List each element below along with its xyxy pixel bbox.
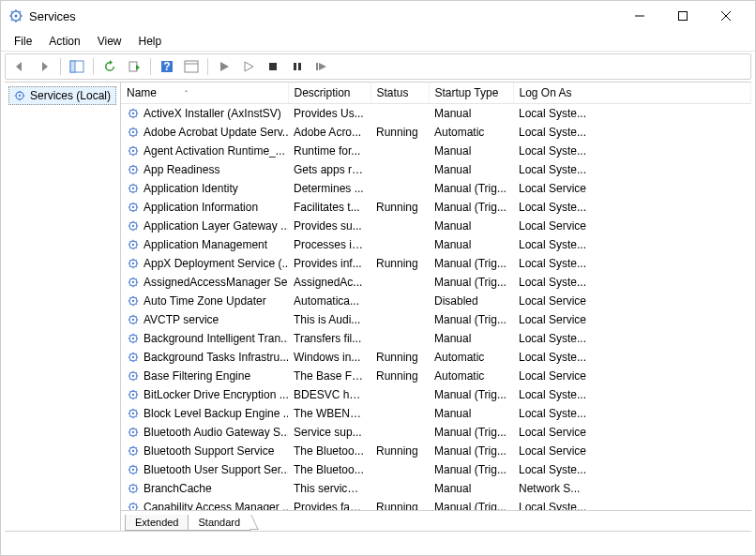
service-name: Application Management [144,238,267,251]
service-status [370,273,429,292]
menu-view[interactable]: View [90,33,129,50]
services-table-scroll[interactable]: Nameˆ Description Status Startup Type Lo… [121,83,751,510]
svg-rect-13 [269,63,277,70]
service-gear-icon [127,294,140,308]
service-log-on-as: Local Service [513,310,751,329]
column-header-name[interactable]: Nameˆ [121,83,288,104]
service-log-on-as: Local Syste... [513,123,751,142]
service-name: App Readiness [144,163,219,176]
menu-file[interactable]: File [7,33,39,50]
close-button[interactable] [704,1,748,31]
service-row[interactable]: Agent Activation Runtime_...Runtime for.… [121,142,751,160]
service-row[interactable]: Bluetooth Audio Gateway S...Service sup.… [121,423,751,442]
svg-point-24 [132,149,134,151]
service-row[interactable]: Background Tasks Infrastru...Windows in.… [121,348,751,367]
service-log-on-as: Local Syste... [513,104,751,123]
maximize-button[interactable] [661,1,704,31]
tree-root-services-local[interactable]: Services (Local) [8,86,116,105]
service-row[interactable]: Bluetooth User Support Ser...The Bluetoo… [121,460,751,479]
pause-service-button[interactable] [287,56,308,77]
service-description: The Bluetoo... [288,442,370,460]
service-name: Application Information [144,201,258,214]
service-name: Bluetooth User Support Ser... [144,463,288,476]
properties-button[interactable] [181,56,202,77]
svg-rect-14 [294,63,296,70]
service-row[interactable]: Background Intelligent Tran...Transfers … [121,329,751,348]
svg-point-52 [132,412,134,413]
service-status: Running [370,367,429,385]
svg-point-18 [19,95,21,97]
service-log-on-as: Local Syste... [513,142,751,160]
tree-pane: Services (Local) [5,83,121,531]
menu-action[interactable]: Action [41,33,87,50]
menu-help[interactable]: Help [131,33,170,50]
service-row[interactable]: Capability Access Manager ...Provides fa… [121,498,751,511]
svg-point-46 [132,355,134,357]
service-row[interactable]: Application IdentityDetermines ...Manual… [121,179,751,198]
service-status [370,404,429,423]
service-description: The Base Fil... [288,367,370,385]
svg-line-4 [721,11,731,21]
service-row[interactable]: AssignedAccessManager Se...AssignedAc...… [121,273,751,292]
service-description: Adobe Acro... [288,123,370,142]
column-header-startup-type[interactable]: Startup Type [429,83,513,104]
svg-line-5 [721,11,731,21]
refresh-button[interactable] [99,56,120,77]
service-name: ActiveX Installer (AxInstSV) [144,107,281,120]
service-row[interactable]: Bluetooth Support ServiceThe Bluetoo...R… [121,442,751,460]
service-row[interactable]: AVCTP serviceThis is Audi...Manual (Trig… [121,310,751,329]
service-name: BranchCache [144,482,212,495]
service-row[interactable]: Auto Time Zone UpdaterAutomatica...Disab… [121,292,751,310]
export-list-button[interactable] [124,56,144,77]
column-header-status[interactable]: Status [370,83,429,104]
svg-text:?: ? [163,60,170,73]
service-startup-type: Manual [429,404,513,423]
svg-rect-11 [185,61,198,72]
service-description: Processes in... [288,235,370,254]
minimize-button[interactable] [618,1,661,31]
service-row[interactable]: Application ManagementProcesses in...Man… [121,235,751,254]
svg-point-56 [132,449,134,451]
service-gear-icon [127,163,140,176]
service-row[interactable]: Application Layer Gateway ...Provides su… [121,217,751,235]
tab-standard[interactable]: Standard [188,515,250,531]
service-startup-type: Manual (Trig... [429,442,513,460]
svg-point-36 [132,262,134,263]
service-row[interactable]: App ReadinessGets apps re...ManualLocal … [121,160,751,179]
service-gear-icon [127,257,140,270]
help-button[interactable]: ? [157,56,177,77]
forward-button[interactable] [34,56,54,77]
menu-bar: File Action View Help [1,31,755,52]
back-button[interactable] [9,56,30,77]
svg-point-20 [132,113,134,114]
service-startup-type: Manual [429,142,513,160]
service-startup-type: Manual (Trig... [429,273,513,292]
service-row[interactable]: BranchCacheThis service ...ManualNetwork… [121,479,751,498]
service-row[interactable]: AppX Deployment Service (...Provides inf… [121,254,751,273]
start-service-button[interactable] [214,56,234,77]
service-startup-type: Manual (Trig... [429,385,513,404]
svg-rect-16 [316,63,318,70]
service-gear-icon [127,463,140,476]
service-row[interactable]: Base Filtering EngineThe Base Fil...Runn… [121,367,751,385]
show-hide-tree-button[interactable] [67,56,87,77]
stop-service-button[interactable] [263,56,283,77]
column-header-log-on-as[interactable]: Log On As [513,83,751,104]
tab-extended[interactable]: Extended [125,515,189,531]
service-startup-type: Manual [429,329,513,348]
service-status [370,479,429,498]
service-row[interactable]: ActiveX Installer (AxInstSV)Provides Us.… [121,104,751,123]
service-row[interactable]: Application InformationFacilitates t...R… [121,198,751,217]
service-gear-icon [127,107,140,120]
start-service2-button[interactable] [238,56,259,77]
column-header-description[interactable]: Description [288,83,370,104]
restart-service-button[interactable] [311,56,332,77]
service-status [370,142,429,160]
service-startup-type: Automatic [429,123,513,142]
toolbar: ? [5,53,751,80]
service-description: Provides su... [288,217,370,235]
service-row[interactable]: Block Level Backup Engine ...The WBENG..… [121,404,751,423]
service-row[interactable]: Adobe Acrobat Update Serv...Adobe Acro..… [121,123,751,142]
service-log-on-as: Local Syste... [513,160,751,179]
service-row[interactable]: BitLocker Drive Encryption ...BDESVC hos… [121,385,751,404]
